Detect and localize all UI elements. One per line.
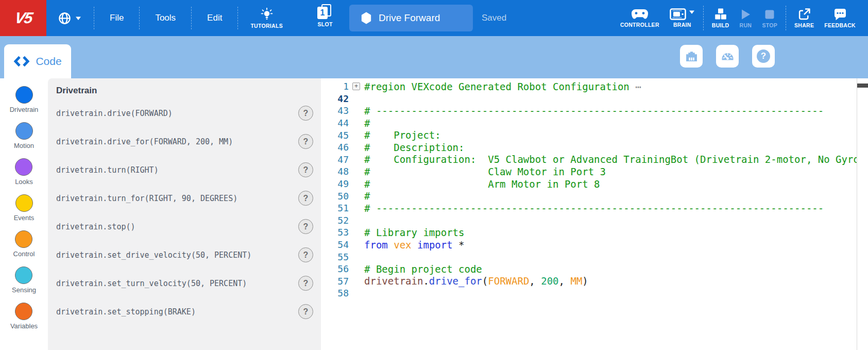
fold-gutter: +: [349, 82, 362, 90]
help-button[interactable]: ?: [752, 45, 775, 68]
code-line: 47 # Configuration: V5 Clawbot or Advanc…: [321, 154, 868, 166]
command-help-button[interactable]: ?: [298, 191, 313, 206]
code-text: # Configuration: V5 Clawbot or Advanced …: [362, 154, 865, 165]
category-color-dot[interactable]: [15, 230, 32, 248]
menu-edit[interactable]: Edit: [207, 13, 222, 23]
code-brackets-icon: [13, 56, 30, 67]
menu-tools[interactable]: Tools: [155, 13, 176, 23]
command-snippet[interactable]: drivetrain.stop(): [56, 212, 135, 241]
help-icon: ?: [757, 49, 770, 63]
command-help-button[interactable]: ?: [298, 106, 313, 121]
tutorials-button[interactable]: TUTORIALS: [250, 8, 283, 29]
code-line: 55: [321, 251, 868, 263]
command-snippet[interactable]: drivetrain.set_stopping(BRAKE): [56, 297, 196, 326]
command-row: drivetrain.stop() ?: [48, 212, 321, 241]
command-snippet[interactable]: drivetrain.turn(RIGHT): [56, 156, 159, 184]
stop-square-icon: [763, 8, 776, 21]
command-snippet[interactable]: drivetrain.turn_for(RIGHT, 90, DEGREES): [56, 184, 237, 212]
divider: [786, 6, 786, 30]
divider: [237, 7, 238, 29]
category-color-dot[interactable]: [15, 194, 33, 212]
line-number: 58: [321, 288, 349, 298]
category-color-dot[interactable]: [15, 86, 33, 104]
command-snippet[interactable]: drivetrain.set_drive_velocity(50, PERCEN…: [56, 241, 251, 269]
code-line: 56 # Begin project code: [321, 263, 868, 275]
category-label: Looks: [15, 178, 33, 186]
line-number: 42: [321, 93, 349, 104]
category-color-dot[interactable]: [15, 303, 32, 320]
build-button[interactable]: BUILD: [712, 8, 729, 28]
category-item-looks[interactable]: Looks: [15, 158, 33, 194]
category-color-dot[interactable]: [15, 122, 33, 140]
line-number: 46: [321, 142, 349, 153]
panel-heading: Drivetrain: [56, 86, 321, 97]
code-text: # --------------------------------------…: [362, 203, 824, 214]
category-label: Control: [13, 250, 35, 258]
command-help-button[interactable]: ?: [298, 304, 313, 319]
share-button[interactable]: SHARE: [794, 8, 814, 28]
command-snippet[interactable]: drivetrain.set_turn_velocity(50, PERCENT…: [56, 269, 247, 297]
code-area[interactable]: 1 + #region VEXcode Generated Robot Conf…: [321, 78, 868, 299]
fold-expand-icon[interactable]: +: [352, 82, 360, 90]
command-help-button[interactable]: ?: [298, 276, 313, 291]
line-number: 47: [321, 154, 349, 165]
language-menu[interactable]: [58, 11, 81, 25]
category-label: Events: [14, 214, 35, 222]
category-item-drivetrain[interactable]: Drivetrain: [10, 86, 39, 122]
stop-button[interactable]: STOP: [762, 8, 777, 28]
editor-scrollbar[interactable]: [857, 78, 868, 350]
command-help-button[interactable]: ?: [298, 219, 313, 234]
category-sidebar: Drivetrain Motion Looks Events Control S…: [0, 78, 48, 350]
top-bar: V5 File Tools Edit TUTORIALS 1: [0, 0, 868, 36]
code-line: 52: [321, 214, 868, 227]
tab-code[interactable]: Code: [4, 44, 71, 78]
slot-button[interactable]: 1 SLOT: [317, 4, 333, 27]
code-text: # --------------------------------------…: [362, 105, 824, 116]
code-text: # Project:: [362, 129, 441, 141]
category-item-variables[interactable]: Variables: [10, 303, 38, 339]
code-line: 50 #: [321, 190, 868, 202]
code-line: 48 # Claw Motor in Port 3: [321, 165, 868, 178]
code-text: # Description:: [362, 142, 464, 153]
category-color-dot[interactable]: [15, 158, 32, 176]
code-line: 43 # -----------------------------------…: [321, 105, 868, 117]
command-row: drivetrain.drive(FORWARD) ?: [48, 99, 321, 127]
code-line: 42: [321, 93, 868, 105]
code-line: 57 drivetrain.drive_for(FORWARD, 200, MM…: [321, 275, 868, 288]
category-item-control[interactable]: Control: [13, 230, 35, 266]
hexagon-icon: [361, 12, 372, 24]
code-text: # Library imports: [362, 227, 464, 238]
scrollbar-thumb[interactable]: [857, 84, 868, 88]
device-info-button[interactable]: [680, 45, 703, 68]
line-number: 56: [321, 263, 349, 274]
command-snippet[interactable]: drivetrain.drive_for(FORWARD, 200, MM): [56, 127, 233, 156]
code-line: 53 # Library imports: [321, 226, 868, 239]
controller-button[interactable]: CONTROLLER: [620, 9, 659, 28]
category-item-events[interactable]: Events: [14, 194, 35, 230]
code-line: 1 + #region VEXcode Generated Robot Conf…: [321, 80, 868, 93]
code-text: #: [362, 118, 370, 129]
command-help-button[interactable]: ?: [298, 162, 313, 177]
tab-bar: Code: [0, 36, 868, 78]
run-button[interactable]: RUN: [739, 8, 752, 28]
brain-button[interactable]: BRAIN: [670, 8, 695, 28]
globe-icon: [58, 11, 72, 25]
command-help-button[interactable]: ?: [298, 134, 313, 149]
command-row: drivetrain.turn_for(RIGHT, 90, DEGREES) …: [48, 184, 321, 212]
feedback-button[interactable]: FEEDBACK: [824, 8, 856, 28]
code-line: 45 # Project:: [321, 129, 868, 141]
category-color-dot[interactable]: [15, 266, 32, 284]
share-icon: [798, 8, 811, 21]
line-number: 57: [321, 276, 349, 287]
lightbulb-icon: [260, 8, 274, 21]
dashboard-button[interactable]: [716, 45, 739, 68]
menu-file[interactable]: File: [110, 13, 124, 23]
command-snippet[interactable]: drivetrain.drive(FORWARD): [56, 99, 173, 127]
category-item-sensing[interactable]: Sensing: [12, 266, 36, 303]
category-label: Sensing: [12, 286, 36, 294]
project-name-button[interactable]: Drive Forward: [349, 5, 473, 31]
code-editor[interactable]: 1 + #region VEXcode Generated Robot Conf…: [321, 78, 868, 350]
category-item-motion[interactable]: Motion: [14, 122, 34, 158]
command-help-button[interactable]: ?: [298, 247, 313, 262]
line-number: 50: [321, 191, 349, 202]
